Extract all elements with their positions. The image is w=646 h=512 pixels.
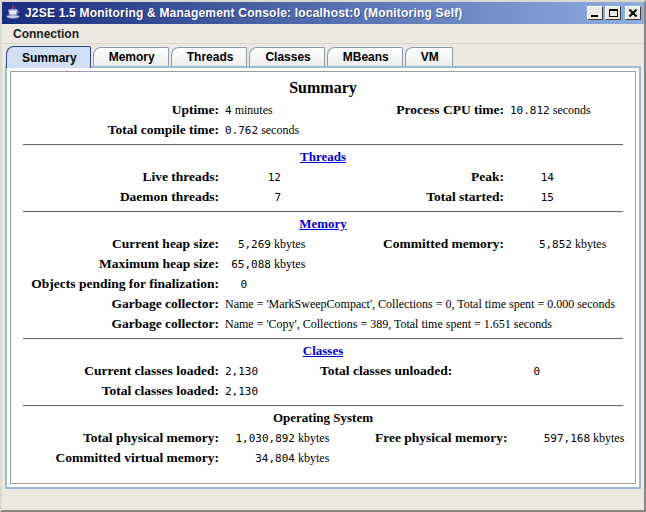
- summary-panel: Summary Uptime: 4 minutes Process CPU ti…: [10, 71, 636, 484]
- table-row: Current heap size: 5,269 kbytes Committe…: [17, 234, 629, 254]
- maximum-heap-size-unit: kbytes: [274, 257, 305, 271]
- table-row: Live threads: 12 Peak: 14: [17, 167, 629, 187]
- objects-pending-finalization-value: 0: [225, 278, 247, 291]
- classes-table: Current classes loaded: 2,130 Total clas…: [17, 361, 629, 401]
- total-started-label: Total started:: [372, 187, 507, 207]
- total-compile-time-label: Total compile time:: [17, 120, 222, 140]
- summary-section-header: Summary: [17, 79, 629, 97]
- menu-connection[interactable]: Connection: [8, 26, 84, 42]
- operating-system-section-header: Operating System: [17, 410, 629, 426]
- summary-table: Uptime: 4 minutes Process CPU time: 10.8…: [17, 100, 629, 140]
- console-window: J2SE 1.5 Monitoring & Management Console…: [0, 0, 646, 512]
- table-row: Current classes loaded: 2,130 Total clas…: [17, 361, 629, 381]
- titlebar[interactable]: J2SE 1.5 Monitoring & Management Console…: [2, 2, 644, 24]
- window-title: J2SE 1.5 Monitoring & Management Console…: [25, 6, 583, 20]
- committed-virtual-memory-unit: kbytes: [298, 451, 329, 465]
- total-physical-memory-value: 1,030,892: [225, 432, 295, 445]
- tab-content-pane: Summary Uptime: 4 minutes Process CPU ti…: [5, 66, 641, 489]
- table-row: Total compile time: 0.762 seconds: [17, 120, 629, 140]
- section-separator: [23, 211, 623, 213]
- garbage-collector-label: Garbage collector:: [17, 294, 222, 314]
- total-compile-time-value: 0.762: [225, 124, 258, 137]
- classes-section-link[interactable]: Classes: [17, 343, 629, 359]
- table-row: Garbage collector: Name = 'MarkSweepComp…: [17, 294, 629, 314]
- committed-memory-unit: kbytes: [575, 237, 606, 251]
- free-physical-memory-unit: kbytes: [593, 431, 624, 445]
- uptime-label: Uptime:: [17, 100, 222, 120]
- tab-mbeans[interactable]: MBeans: [327, 47, 403, 66]
- uptime-unit: minutes: [235, 103, 273, 117]
- total-compile-time-unit: seconds: [261, 123, 299, 137]
- current-heap-size-unit: kbytes: [274, 237, 305, 251]
- total-classes-loaded-label: Total classes loaded:: [17, 381, 222, 401]
- threads-table: Live threads: 12 Peak: 14 Daemon threads…: [17, 167, 629, 207]
- java-coffee-cup-icon: [5, 5, 21, 21]
- tab-bar: Summary Memory Threads Classes MBeans VM: [2, 44, 644, 66]
- current-classes-loaded-label: Current classes loaded:: [17, 361, 222, 381]
- live-threads-label: Live threads:: [17, 167, 222, 187]
- memory-table: Current heap size: 5,269 kbytes Committe…: [17, 234, 629, 334]
- window-controls: [587, 6, 641, 20]
- maximum-heap-size-value: 65,088: [225, 258, 271, 271]
- minimize-icon: [591, 15, 598, 17]
- table-row: Daemon threads: 7 Total started: 15: [17, 187, 629, 207]
- tab-vm[interactable]: VM: [405, 47, 453, 66]
- tab-summary[interactable]: Summary: [6, 46, 91, 68]
- committed-virtual-memory-value: 34,804: [225, 452, 295, 465]
- maximum-heap-size-label: Maximum heap size:: [17, 254, 222, 274]
- table-row: Uptime: 4 minutes Process CPU time: 10.8…: [17, 100, 629, 120]
- peak-value: 14: [510, 171, 554, 184]
- close-button[interactable]: [625, 6, 641, 20]
- menubar: Connection: [2, 24, 644, 44]
- total-physical-memory-unit: kbytes: [298, 431, 329, 445]
- committed-memory-label: Committed memory:: [372, 234, 507, 254]
- window-bottom-filler: [2, 489, 644, 510]
- tab-memory[interactable]: Memory: [93, 47, 169, 66]
- free-physical-memory-label: Free physical memory:: [372, 428, 507, 448]
- peak-label: Peak:: [372, 167, 507, 187]
- section-separator: [23, 338, 623, 340]
- memory-section-link[interactable]: Memory: [17, 216, 629, 232]
- committed-virtual-memory-label: Committed virtual memory:: [17, 448, 222, 468]
- current-heap-size-value: 5,269: [225, 238, 271, 251]
- section-separator: [23, 405, 623, 407]
- table-row: Committed virtual memory: 34,804 kbytes: [17, 448, 629, 468]
- section-separator: [23, 144, 623, 146]
- table-row: Garbage collector: Name = 'Copy', Collec…: [17, 314, 629, 334]
- live-threads-value: 12: [225, 171, 281, 184]
- minimize-button[interactable]: [587, 6, 603, 20]
- free-physical-memory-value: 597,168: [510, 432, 590, 445]
- process-cpu-time-value: 10.812: [510, 104, 550, 117]
- table-row: Objects pending for finalization: 0: [17, 274, 629, 294]
- maximize-icon: [609, 9, 618, 17]
- process-cpu-time-label: Process CPU time:: [372, 100, 507, 120]
- objects-pending-finalization-label: Objects pending for finalization:: [17, 274, 222, 294]
- maximize-button[interactable]: [605, 6, 621, 20]
- total-started-value: 15: [510, 191, 554, 204]
- threads-section-link[interactable]: Threads: [17, 149, 629, 165]
- table-row: Maximum heap size: 65,088 kbytes: [17, 254, 629, 274]
- garbage-collector-2-value: Name = 'Copy', Collections = 389, Total …: [225, 317, 552, 331]
- uptime-value: 4: [225, 104, 232, 117]
- total-physical-memory-label: Total physical memory:: [17, 428, 222, 448]
- operating-system-table: Total physical memory: 1,030,892 kbytes …: [17, 428, 629, 468]
- daemon-threads-value: 7: [225, 191, 281, 204]
- total-classes-loaded-value: 2,130: [225, 385, 258, 398]
- committed-memory-value: 5,852: [510, 238, 572, 251]
- garbage-collector-1-value: Name = 'MarkSweepCompact', Collections =…: [225, 297, 615, 311]
- total-classes-unloaded-label: Total classes unloaded:: [317, 361, 452, 381]
- garbage-collector-label: Garbage collector:: [17, 314, 222, 334]
- total-classes-unloaded-value: 0: [455, 365, 540, 378]
- current-heap-size-label: Current heap size:: [17, 234, 222, 254]
- current-classes-loaded-value: 2,130: [225, 365, 258, 378]
- daemon-threads-label: Daemon threads:: [17, 187, 222, 207]
- process-cpu-time-unit: seconds: [553, 103, 591, 117]
- table-row: Total classes loaded: 2,130: [17, 381, 629, 401]
- table-row: Total physical memory: 1,030,892 kbytes …: [17, 428, 629, 448]
- tab-classes[interactable]: Classes: [249, 47, 324, 66]
- tab-threads[interactable]: Threads: [171, 47, 248, 66]
